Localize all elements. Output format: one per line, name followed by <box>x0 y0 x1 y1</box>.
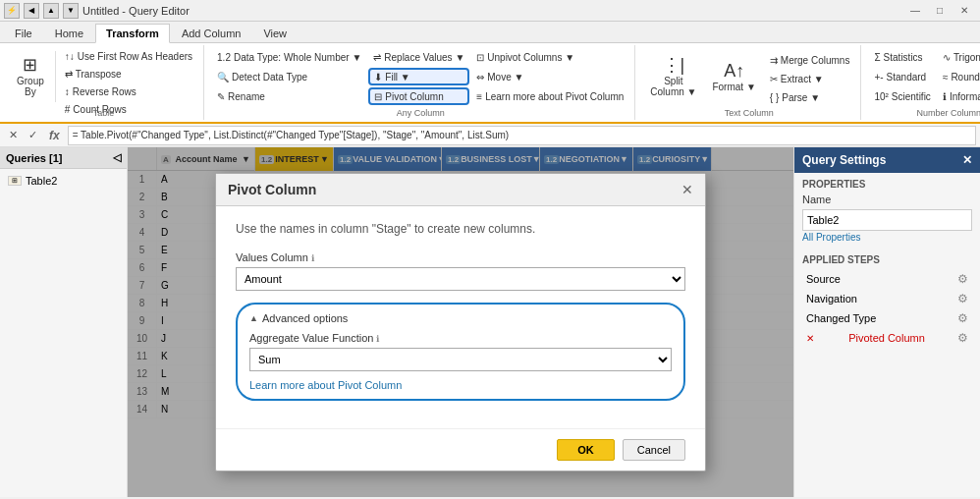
data-type-icon: 1.2 <box>217 52 231 63</box>
extract-label: Extract ▼ <box>781 74 824 84</box>
rename-label: Rename <box>228 91 265 102</box>
step-changed-type[interactable]: Changed Type ⚙ <box>802 308 972 328</box>
split-column-label: SplitColumn ▼ <box>650 76 696 97</box>
step-source-gear-icon[interactable]: ⚙ <box>957 272 968 286</box>
ribbon-col-num2: ∿ Trigonometry ▼ ≈ Rounding ▼ ℹ Informat… <box>938 48 980 105</box>
ribbon-group-text-column-content: ⋮| SplitColumn ▼ A↑ Format ▼ ⇉ Merge Col… <box>643 47 854 106</box>
pivot-column-icon: ⊟ <box>374 91 382 102</box>
tab-transform[interactable]: Transform <box>95 24 170 43</box>
maximize-button[interactable]: □ <box>928 1 952 21</box>
step-source[interactable]: Source ⚙ <box>802 269 972 289</box>
format-button[interactable]: A↑ Format ▼ <box>705 48 762 105</box>
ribbon-col-table: ↑↓ Use First Row As Headers ⇄ Transpose … <box>60 48 197 105</box>
step-source-label: Source <box>806 273 841 285</box>
tab-add-column[interactable]: Add Column <box>171 24 252 42</box>
queries-panel-collapse-icon[interactable]: ◁ <box>113 151 121 164</box>
aggregate-label: Aggregate Value Function ℹ <box>249 332 672 344</box>
pivot-column-button[interactable]: ⊟ Pivot Column <box>368 87 469 105</box>
scientific-button[interactable]: 10² Scientific <box>869 87 935 105</box>
step-pivoted-column-gear-icon[interactable]: ⚙ <box>957 331 968 345</box>
ribbon-group-any-column-label: Any Column <box>397 106 445 118</box>
formula-bar: ✕ ✓ fx <box>0 124 980 147</box>
ribbon-col-text1: ⇉ Merge Columns ✂ Extract ▼ { } Parse ▼ <box>765 48 855 105</box>
extract-button[interactable]: ✂ Extract ▼ <box>765 71 855 87</box>
step-error-icon: ✕ <box>806 333 814 344</box>
advanced-toggle[interactable]: ▲ Advanced options <box>249 312 672 324</box>
ribbon-group-number-column-content: Σ Statistics +- Standard 10² Scientific … <box>869 47 980 106</box>
ribbon-group-number-column-label: Number Column <box>916 106 980 118</box>
ok-button[interactable]: OK <box>557 439 615 461</box>
split-column-button[interactable]: ⋮| SplitColumn ▼ <box>643 48 703 105</box>
parse-icon: { } <box>770 92 779 103</box>
step-pivoted-column[interactable]: ✕ Pivoted Column ⚙ <box>802 328 972 348</box>
move-button[interactable]: ⇔ Move ▼ <box>471 68 628 85</box>
data-type-button[interactable]: 1.2 Data Type: Whole Number ▼ <box>212 48 366 66</box>
merge-columns-button[interactable]: ⇉ Merge Columns <box>765 52 855 69</box>
group-by-button[interactable]: ⊞ GroupBy <box>10 48 51 105</box>
transpose-button[interactable]: ⇄ Transpose <box>60 66 197 83</box>
cancel-button[interactable]: Cancel <box>623 439 685 461</box>
count-rows-icon: # <box>65 104 71 115</box>
rounding-button[interactable]: ≈ Rounding ▼ <box>938 68 980 85</box>
move-icon: ⇔ <box>476 72 484 83</box>
advanced-section: ▲ Advanced options Aggregate Value Funct… <box>236 303 685 401</box>
all-properties-link[interactable]: All Properties <box>802 232 860 243</box>
modal-subtitle: Use the names in column "Stage" to creat… <box>236 222 685 236</box>
count-rows-button[interactable]: # Count Rows <box>60 101 197 118</box>
move-label: Move ▼ <box>487 72 523 83</box>
merge-columns-icon: ⇉ <box>770 55 778 66</box>
query-settings-close-icon[interactable]: ✕ <box>962 153 972 167</box>
standard-button[interactable]: +- Standard <box>869 68 935 85</box>
tb-icon1[interactable]: ◀ <box>24 3 39 19</box>
step-navigation-gear-icon[interactable]: ⚙ <box>957 292 968 305</box>
rounding-icon: ≈ <box>943 72 949 83</box>
queries-panel-header: Queries [1] ◁ <box>0 147 127 169</box>
close-button[interactable]: ✕ <box>953 1 976 21</box>
statistics-icon: Σ <box>874 52 880 63</box>
rename-button[interactable]: ✎ Rename <box>212 87 366 105</box>
tab-file[interactable]: File <box>4 24 43 42</box>
tb-icon3[interactable]: ▼ <box>63 3 79 19</box>
reverse-rows-button[interactable]: ↕ Reverse Rows <box>60 83 197 100</box>
statistics-button[interactable]: Σ Statistics <box>869 48 935 66</box>
modal-close-button[interactable]: ✕ <box>681 182 693 197</box>
queries-panel-title: Queries [1] <box>6 152 62 164</box>
step-navigation[interactable]: Navigation ⚙ <box>802 289 972 308</box>
minimize-button[interactable]: — <box>903 1 927 21</box>
information-button[interactable]: ℹ Information ▼ <box>938 87 980 105</box>
tab-view[interactable]: View <box>252 24 298 42</box>
formula-input[interactable] <box>68 126 976 145</box>
trigonometry-button[interactable]: ∿ Trigonometry ▼ <box>938 48 980 66</box>
format-label: Format ▼ <box>712 82 755 92</box>
tab-home[interactable]: Home <box>44 24 94 42</box>
values-column-select[interactable]: Amount <box>236 267 685 291</box>
parse-button[interactable]: { } Parse ▼ <box>765 89 855 106</box>
main-layout: Queries [1] ◁ ⊞ Table2 A Account Name ▼ … <box>0 147 980 497</box>
unpivot-columns-button[interactable]: ⊡ Unpivot Columns ▼ <box>471 48 628 66</box>
transpose-label: Transpose <box>76 69 122 80</box>
advanced-label: Advanced options <box>262 312 348 324</box>
fill-button[interactable]: ⬇ Fill ▼ <box>368 68 469 85</box>
tb-icon2[interactable]: ▲ <box>43 3 59 19</box>
query-settings-header: Query Settings ✕ <box>794 147 980 173</box>
convert-to-list-icon: ≡ <box>476 91 482 102</box>
values-column-label: Values Column ℹ <box>236 251 685 263</box>
formula-confirm-icon[interactable]: ✓ <box>24 127 41 144</box>
use-first-row-button[interactable]: ↑↓ Use First Row As Headers <box>60 48 197 65</box>
name-input[interactable] <box>802 209 972 231</box>
unpivot-columns-icon: ⊡ <box>476 52 484 63</box>
convert-to-list-button[interactable]: ≡ Learn more about Pivot Column <box>471 87 628 105</box>
query-settings-title: Query Settings <box>802 153 886 167</box>
learn-more-link[interactable]: Learn more about Pivot Column <box>249 379 402 391</box>
aggregate-value-select[interactable]: Sum Average Min Max Count Count Distinct… <box>249 348 672 371</box>
formula-cancel-icon[interactable]: ✕ <box>4 127 22 144</box>
rename-icon: ✎ <box>217 91 225 102</box>
query-item-table2[interactable]: ⊞ Table2 <box>4 173 123 189</box>
replace-values-label: Replace Values ▼ <box>384 52 464 63</box>
ribbon-group-table-content: ⊞ GroupBy ↑↓ Use First Row As Headers ⇄ … <box>10 47 197 106</box>
replace-values-button[interactable]: ⇌ Replace Values ▼ <box>368 48 469 66</box>
app-icon: ⚡ <box>4 3 20 19</box>
step-changed-type-gear-icon[interactable]: ⚙ <box>957 311 968 325</box>
ribbon-group-any-column: 1.2 Data Type: Whole Number ▼ 🔍 Detect D… <box>206 45 635 120</box>
detect-data-type-button[interactable]: 🔍 Detect Data Type <box>212 68 366 85</box>
